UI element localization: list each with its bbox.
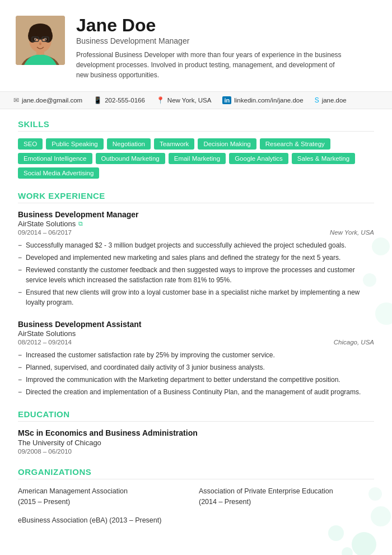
skill-tag: Decision Making (198, 138, 256, 150)
bullet-item: Planned, supervised, and coordinated dai… (18, 362, 374, 372)
skill-tag: Outbound Marketing (96, 153, 165, 164)
job-dates: 09/2014 – 06/2017 (18, 229, 72, 236)
external-link-icon: ⧉ (78, 220, 83, 227)
location-value: New York, USA (167, 97, 212, 104)
skills-list: SEOPublic SpeakingNegotiationTeamworkDec… (18, 138, 374, 179)
job-company: AirState Solutions ⧉ (18, 220, 374, 228)
skill-tag: Emotional Intelligence (18, 153, 92, 164)
applicant-title: Business Development Manager (76, 36, 374, 45)
org-item: eBusiness Association (eBA) (2013 – Pres… (18, 515, 374, 526)
skill-tag: Sales & Marketing (292, 153, 355, 164)
bullet-item: Improved the communication with the Mark… (18, 375, 374, 385)
skill-tag: Research & Strategy (260, 138, 330, 150)
bullet-item: Reviewed constantly the customer feedbac… (18, 265, 374, 285)
skill-tag: Google Analytics (229, 153, 288, 164)
svg-point-29 (39, 43, 41, 45)
contact-skype: S jane.doe (315, 96, 347, 104)
job-company: AirState Solutions (18, 329, 374, 338)
contact-location: 📍 New York, USA (156, 96, 212, 104)
job-location: Chicago, USA (334, 339, 374, 346)
contact-phone: 📱 202-555-0166 (94, 96, 145, 104)
svg-point-28 (45, 39, 46, 40)
linkedin-icon: in (222, 96, 231, 104)
education-title: EDUCATION (18, 409, 374, 422)
header-info: Jane Doe Business Development Manager Pr… (76, 16, 374, 80)
bullet-item: Directed the creation and implementation… (18, 387, 374, 397)
skill-tag: Public Speaking (46, 138, 103, 150)
email-icon: ✉ (13, 96, 19, 104)
edu-school: The University of Chicago (18, 439, 374, 447)
bullet-item: Increased the customer satisfaction rate… (18, 350, 374, 360)
applicant-name: Jane Doe (76, 16, 374, 35)
phone-value: 202-555-0166 (105, 97, 145, 104)
organizations-section: ORGANIZATIONS American Management Associ… (18, 467, 374, 525)
job-bullets: Increased the customer satisfaction rate… (18, 350, 374, 397)
job-location: New York, USA (330, 229, 374, 236)
contact-email: ✉ jane.doe@gmail.com (13, 96, 82, 104)
applicant-summary: Professional Business Developer with mor… (76, 50, 345, 80)
bullet-item: Ensured that new clients will grow into … (18, 287, 374, 307)
svg-point-21 (44, 29, 53, 43)
bullet-item: Successfully managed $2 - 3 million budg… (18, 240, 374, 250)
skills-section: SKILLS SEOPublic SpeakingNegotiationTeam… (18, 119, 374, 179)
contact-bar: ✉ jane.doe@gmail.com 📱 202-555-0166 📍 Ne… (0, 91, 392, 109)
svg-point-27 (35, 39, 36, 40)
skype-value: jane.doe (322, 97, 347, 104)
email-value: jane.doe@gmail.com (22, 97, 82, 104)
job-item: Business Development Manager AirState So… (18, 210, 374, 307)
linkedin-value: linkedin.com/in/jane.doe (234, 97, 303, 104)
skill-tag: Social Media Advertising (18, 167, 99, 179)
contact-linkedin: in linkedin.com/in/jane.doe (222, 96, 303, 104)
job-dates: 08/2012 – 09/2014 (18, 339, 72, 346)
job-title: Business Development Manager (18, 210, 374, 219)
skill-tag: SEO (18, 138, 43, 150)
svg-point-20 (28, 29, 37, 43)
org-item: American Management Association(2015 – P… (18, 486, 193, 507)
skill-tag: Email Marketing (169, 153, 226, 164)
location-icon: 📍 (156, 96, 165, 104)
resume-container: Jane Doe Business Development Manager Pr… (0, 0, 392, 555)
job-item: Business Development Assistant AirState … (18, 320, 374, 397)
phone-icon: 📱 (94, 96, 102, 104)
job-meta: 09/2014 – 06/2017 New York, USA (18, 229, 374, 236)
bullet-item: Developed and implemented new marketing … (18, 253, 374, 263)
edu-dates: 09/2008 – 06/2010 (18, 448, 374, 455)
skype-icon: S (315, 96, 319, 104)
work-experience-section: WORK EXPERIENCE Business Development Man… (18, 191, 374, 397)
work-experience-title: WORK EXPERIENCE (18, 191, 374, 203)
skill-tag: Negotiation (107, 138, 151, 150)
job-bullets: Successfully managed $2 - 3 million budg… (18, 240, 374, 307)
education-section: EDUCATION MSc in Economics and Business … (18, 409, 374, 455)
job-title: Business Development Assistant (18, 320, 374, 329)
organizations-title: ORGANIZATIONS (18, 467, 374, 479)
job-meta: 08/2012 – 09/2014 Chicago, USA (18, 339, 374, 346)
org-item: Association of Private Enterprise Educat… (199, 486, 374, 507)
organizations-grid: American Management Association(2015 – P… (18, 486, 374, 525)
skill-tag: Teamwork (154, 138, 194, 150)
avatar (16, 16, 65, 65)
resume-header: Jane Doe Business Development Manager Pr… (0, 0, 392, 91)
skills-title: SKILLS (18, 119, 374, 132)
jobs-container: Business Development Manager AirState So… (18, 210, 374, 397)
main-content: SKILLS SEOPublic SpeakingNegotiationTeam… (0, 109, 392, 555)
edu-degree: MSc in Economics and Business Administra… (18, 428, 374, 437)
